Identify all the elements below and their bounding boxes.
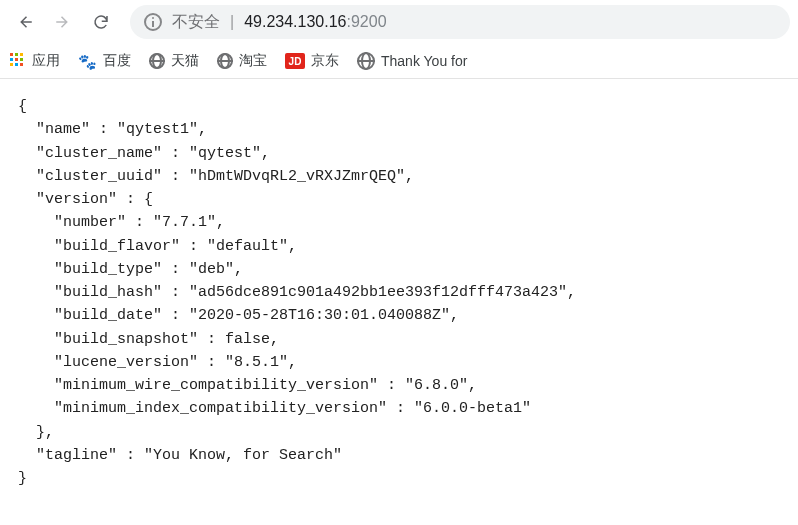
bookmark-jd[interactable]: JD 京东 (285, 52, 339, 70)
globe-icon (217, 53, 233, 69)
json-min-index: 6.0.0-beta1 (423, 400, 522, 417)
json-build-type: deb (198, 261, 225, 278)
apps-label: 应用 (32, 52, 60, 70)
globe-icon (149, 53, 165, 69)
bookmarks-bar: 应用 🐾 百度 天猫 淘宝 JD 京东 Thank You for (0, 44, 798, 79)
json-tagline: You Know, for Search (153, 447, 333, 464)
url-host: 49.234.130.16 (244, 13, 346, 30)
json-build-flavor: default (216, 238, 279, 255)
json-version-number: 7.7.1 (162, 214, 207, 231)
forward-button[interactable] (46, 5, 80, 39)
browser-toolbar: 不安全 | 49.234.130.16:9200 (0, 0, 798, 44)
separator: | (230, 13, 234, 31)
reload-button[interactable] (84, 5, 118, 39)
bookmark-tmall[interactable]: 天猫 (149, 52, 199, 70)
json-build-hash: ad56dce891c901a492bb1ee393f12dfff473a423 (198, 284, 558, 301)
json-cluster-uuid: hDmtWDvqRL2_vRXJZmrQEQ (198, 168, 396, 185)
bookmark-thank-you[interactable]: Thank You for (357, 52, 467, 70)
info-icon (144, 13, 162, 31)
json-build-snapshot: false (225, 331, 270, 348)
insecure-label: 不安全 (172, 12, 220, 33)
response-body: { "name" : "qytest1", "cluster_name" : "… (0, 79, 798, 506)
reload-icon (92, 13, 110, 31)
json-name: qytest1 (126, 121, 189, 138)
thank-label: Thank You for (381, 53, 467, 69)
jd-icon: JD (285, 53, 305, 69)
address-bar[interactable]: 不安全 | 49.234.130.16:9200 (130, 5, 790, 39)
apps-button[interactable]: 应用 (10, 52, 60, 70)
jd-label: 京东 (311, 52, 339, 70)
json-min-wire: 6.8.0 (414, 377, 459, 394)
back-button[interactable] (8, 5, 42, 39)
bookmark-baidu[interactable]: 🐾 百度 (78, 52, 131, 70)
url-port: :9200 (346, 13, 386, 30)
json-lucene-version: 8.5.1 (234, 354, 279, 371)
tmall-label: 天猫 (171, 52, 199, 70)
json-cluster-name: qytest (198, 145, 252, 162)
apps-grid-icon (10, 53, 26, 69)
bookmark-taobao[interactable]: 淘宝 (217, 52, 267, 70)
taobao-label: 淘宝 (239, 52, 267, 70)
json-build-date: 2020-05-28T16:30:01.040088Z (198, 307, 441, 324)
globe-icon (357, 52, 375, 70)
baidu-label: 百度 (103, 52, 131, 70)
arrow-right-icon (54, 13, 72, 31)
arrow-left-icon (16, 13, 34, 31)
baidu-paw-icon: 🐾 (78, 54, 97, 69)
